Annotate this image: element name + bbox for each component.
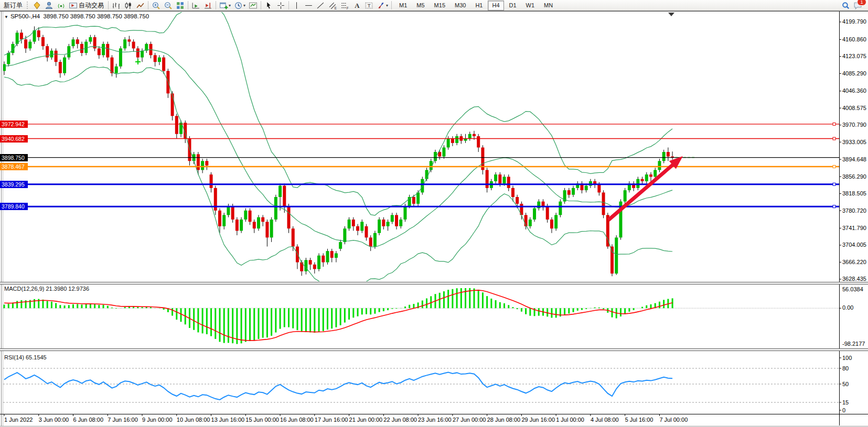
candle-up xyxy=(123,39,126,48)
horizontal-line-button[interactable] xyxy=(303,1,314,10)
signals-button[interactable] xyxy=(56,1,67,10)
toolbar-separator xyxy=(391,1,392,9)
cursor-button[interactable] xyxy=(263,1,274,10)
hline-handle xyxy=(833,137,835,140)
candlestick-chart-button[interactable] xyxy=(123,1,134,10)
candle-up xyxy=(244,211,247,220)
candle-down xyxy=(20,32,23,39)
candle-down xyxy=(59,62,62,73)
candle-up xyxy=(373,233,377,247)
candle-down xyxy=(550,220,553,228)
candle-up xyxy=(559,202,562,215)
candle-down xyxy=(667,152,670,157)
candle-down xyxy=(395,215,398,226)
timeframe-button-d1[interactable]: D1 xyxy=(505,1,521,10)
zoom-in-button[interactable] xyxy=(151,1,162,10)
candle-up xyxy=(387,222,390,226)
tile-windows-icon xyxy=(176,1,185,10)
line-chart-button[interactable] xyxy=(135,1,146,10)
timeframe-button-h1[interactable]: H1 xyxy=(471,1,487,10)
line-chart-icon xyxy=(136,1,145,10)
equidistant-channel-button[interactable]: E xyxy=(327,1,338,10)
fibonacci-button[interactable]: F xyxy=(339,1,350,10)
candle-up xyxy=(119,48,122,66)
svg-text:A: A xyxy=(355,2,360,9)
timeframe-button-m30[interactable]: M30 xyxy=(451,1,470,10)
bar-chart-button[interactable] xyxy=(111,1,122,10)
chart-canvas[interactable] xyxy=(0,0,868,427)
hline-handle xyxy=(833,166,835,168)
text-label-button[interactable]: T xyxy=(363,1,374,10)
periods-button[interactable]: ▾ xyxy=(233,1,247,10)
chart-shift-button[interactable] xyxy=(202,1,213,10)
timeframe-button-h4[interactable]: H4 xyxy=(488,1,503,10)
search-button[interactable] xyxy=(840,1,851,10)
candle-up xyxy=(201,161,204,170)
candle-down xyxy=(106,44,109,58)
candle-up xyxy=(615,237,618,273)
timeframe-button-m5[interactable]: M5 xyxy=(412,1,428,10)
pane-resizer-rsi[interactable] xyxy=(0,348,868,351)
candle-up xyxy=(529,220,532,226)
trendline-button[interactable] xyxy=(315,1,326,10)
zoom-out-button[interactable] xyxy=(163,1,174,10)
candle-down xyxy=(542,202,545,206)
autotrading-button[interactable]: 自动交易 xyxy=(68,1,106,10)
candle-down xyxy=(210,174,213,188)
toolbar-separator xyxy=(108,1,109,9)
candle-down xyxy=(132,42,135,49)
new-order-label: 新订单 xyxy=(3,1,24,10)
candle-down xyxy=(477,136,480,147)
candle-up xyxy=(343,228,346,242)
new-chart-button[interactable]: ▾ xyxy=(218,1,232,10)
candle-up xyxy=(84,42,88,53)
candle-up xyxy=(645,174,648,181)
clock-icon xyxy=(234,1,243,10)
candle-up xyxy=(257,217,260,228)
text-button[interactable]: A xyxy=(351,1,362,10)
candle-up xyxy=(455,136,458,143)
svg-text:E: E xyxy=(335,6,337,9)
channel-icon: E xyxy=(328,1,337,10)
chat-button[interactable]: 1 xyxy=(852,1,863,10)
candle-down xyxy=(369,237,372,246)
trendline-icon xyxy=(316,1,325,10)
funds-button[interactable] xyxy=(31,1,42,10)
candle-down xyxy=(136,48,140,57)
timeframe-button-mn[interactable]: MN xyxy=(540,1,557,10)
candle-up xyxy=(442,147,445,156)
candle-up xyxy=(572,188,575,195)
candle-up xyxy=(624,190,627,201)
crosshair-button[interactable] xyxy=(275,1,286,10)
fibonacci-icon: F xyxy=(340,1,349,10)
candle-down xyxy=(98,48,101,55)
candle-up xyxy=(416,192,420,203)
candle-up xyxy=(339,242,342,249)
candle-up xyxy=(89,37,92,42)
toolbar-separator xyxy=(288,1,289,9)
templates-button[interactable] xyxy=(248,1,259,10)
pane-resizer-macd[interactable] xyxy=(0,282,868,284)
new-order-button[interactable]: 新订单 xyxy=(2,1,25,10)
candle-down xyxy=(309,260,312,265)
candle-up xyxy=(494,174,497,181)
notification-badge: 1 xyxy=(857,0,866,6)
toolbar-drag-handle[interactable] xyxy=(27,2,29,9)
chevron-down-icon: ▾ xyxy=(386,3,388,8)
accounts-button[interactable] xyxy=(44,1,55,10)
candle-down xyxy=(352,220,355,226)
candle-up xyxy=(240,220,243,231)
tile-windows-button[interactable] xyxy=(175,1,186,10)
candle-up xyxy=(72,39,75,46)
timeframe-button-m15[interactable]: M15 xyxy=(430,1,449,10)
auto-scroll-button[interactable] xyxy=(190,1,201,10)
candle-down xyxy=(649,174,652,177)
arrows-button[interactable]: ▾ xyxy=(376,1,389,10)
vertical-line-button[interactable] xyxy=(291,1,302,10)
candle-down xyxy=(80,44,83,53)
candle-up xyxy=(274,197,277,220)
candle-down xyxy=(602,192,605,215)
timeframe-button-m1[interactable]: M1 xyxy=(395,1,411,10)
timeframe-button-w1[interactable]: W1 xyxy=(522,1,539,10)
candle-down xyxy=(218,211,221,226)
